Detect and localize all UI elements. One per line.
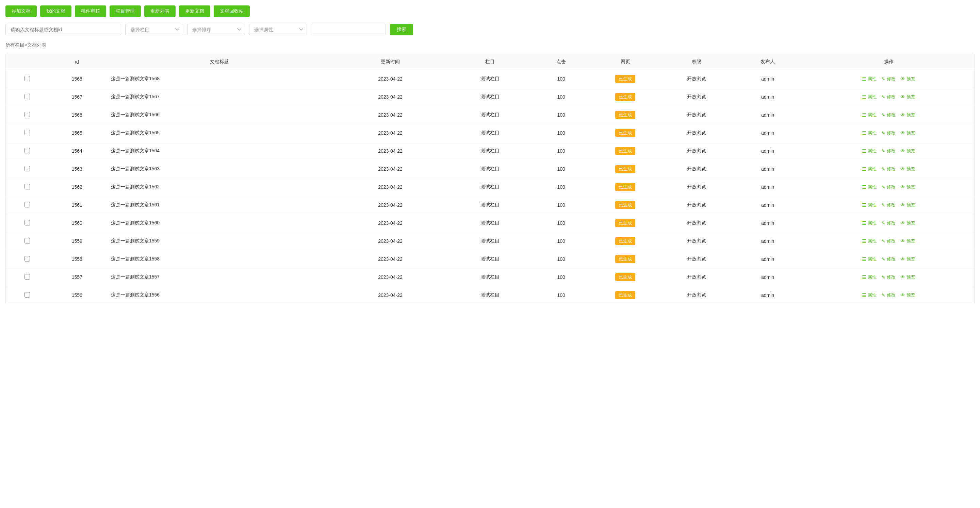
edit-action-1563[interactable]: ✎ 修改 [881, 166, 896, 172]
preview-icon: 👁 [900, 130, 905, 136]
preview-action-1557[interactable]: 👁 预览 [900, 274, 915, 280]
search-input[interactable] [5, 24, 121, 35]
property-icon: ☰ [862, 220, 866, 226]
property-action-1556[interactable]: ☰ 属性 [862, 292, 877, 298]
edit-action-1564[interactable]: ✎ 修改 [881, 148, 896, 154]
sort-select[interactable]: 选择排序 [187, 24, 245, 35]
edit-action-1568[interactable]: ✎ 修改 [881, 76, 896, 82]
preview-action-1565[interactable]: 👁 预览 [900, 130, 915, 136]
property-icon: ☰ [862, 238, 866, 244]
property-label: 属性 [868, 274, 877, 280]
toolbar-btn-update-doc[interactable]: 更新文档 [179, 5, 210, 17]
edit-action-1558[interactable]: ✎ 修改 [881, 256, 896, 262]
property-action-1566[interactable]: ☰ 属性 [862, 112, 877, 118]
row-checkbox-1561[interactable] [24, 202, 30, 207]
row-checkbox-1556[interactable] [24, 292, 30, 297]
action-group: ☰ 属性 ✎ 修改 👁 预览 [809, 94, 969, 100]
property-action-1557[interactable]: ☰ 属性 [862, 274, 877, 280]
row-checkbox-1567[interactable] [24, 94, 30, 99]
status-badge: 已生成 [615, 273, 635, 281]
preview-action-1558[interactable]: 👁 预览 [900, 256, 915, 262]
cell-publisher: admin [732, 160, 803, 178]
edit-action-1557[interactable]: ✎ 修改 [881, 274, 896, 280]
property-icon: ☰ [862, 166, 866, 172]
cell-id: 1560 [49, 214, 105, 232]
row-checkbox-1565[interactable] [24, 130, 30, 135]
search-button[interactable]: 搜索 [390, 24, 413, 35]
cell-title: 这是一篇测试文章1559 [105, 232, 334, 250]
property-action-1562[interactable]: ☰ 属性 [862, 184, 877, 190]
toolbar: 添加文档我的文档稿件审核栏目管理更新列表更新文档文档回收站 [5, 5, 975, 17]
row-checkbox-1557[interactable] [24, 274, 30, 279]
cell-webpage: 已生成 [590, 268, 661, 286]
cell-webpage: 已生成 [590, 124, 661, 142]
toolbar-btn-add-doc[interactable]: 添加文档 [5, 5, 37, 17]
edit-label: 修改 [887, 166, 896, 172]
edit-action-1561[interactable]: ✎ 修改 [881, 202, 896, 208]
toolbar-btn-review[interactable]: 稿件审核 [75, 5, 106, 17]
preview-label: 预览 [907, 166, 915, 172]
toolbar-btn-my-doc[interactable]: 我的文档 [40, 5, 72, 17]
cell-date: 2023-04-22 [334, 124, 447, 142]
property-action-1564[interactable]: ☰ 属性 [862, 148, 877, 154]
edit-label: 修改 [887, 274, 896, 280]
preview-action-1568[interactable]: 👁 预览 [900, 76, 915, 82]
preview-action-1567[interactable]: 👁 预览 [900, 94, 915, 100]
cell-webpage: 已生成 [590, 214, 661, 232]
row-checkbox-1558[interactable] [24, 256, 30, 262]
preview-action-1560[interactable]: 👁 预览 [900, 220, 915, 226]
preview-action-1564[interactable]: 👁 预览 [900, 148, 915, 154]
edit-icon: ✎ [881, 130, 885, 136]
preview-action-1563[interactable]: 👁 预览 [900, 166, 915, 172]
toolbar-btn-recycle[interactable]: 文档回收站 [214, 5, 250, 17]
property-label: 属性 [868, 256, 877, 262]
row-checkbox-1562[interactable] [24, 184, 30, 189]
edit-action-1560[interactable]: ✎ 修改 [881, 220, 896, 226]
preview-label: 预览 [907, 256, 915, 262]
category-select[interactable]: 选择栏目 [125, 24, 183, 35]
row-checkbox-1564[interactable] [24, 148, 30, 153]
property-action-1561[interactable]: ☰ 属性 [862, 202, 877, 208]
preview-action-1562[interactable]: 👁 预览 [900, 184, 915, 190]
row-checkbox-1559[interactable] [24, 238, 30, 243]
search-text-input[interactable] [311, 24, 386, 35]
preview-action-1566[interactable]: 👁 预览 [900, 112, 915, 118]
toolbar-btn-column-mgr[interactable]: 栏目管理 [110, 5, 141, 17]
property-action-1563[interactable]: ☰ 属性 [862, 166, 877, 172]
preview-action-1559[interactable]: 👁 预览 [900, 238, 915, 244]
cell-publisher: admin [732, 250, 803, 268]
edit-action-1567[interactable]: ✎ 修改 [881, 94, 896, 100]
table-row: 1565 这是一篇测试文章1565 2023-04-22 测试栏目 100 已生… [6, 124, 974, 142]
row-checkbox-1568[interactable] [24, 76, 30, 81]
cell-actions: ☰ 属性 ✎ 修改 👁 预览 [803, 88, 974, 106]
property-action-1559[interactable]: ☰ 属性 [862, 238, 877, 244]
preview-action-1556[interactable]: 👁 预览 [900, 292, 915, 298]
edit-action-1556[interactable]: ✎ 修改 [881, 292, 896, 298]
preview-label: 预览 [907, 112, 915, 118]
preview-label: 预览 [907, 94, 915, 100]
toolbar-btn-update-list[interactable]: 更新列表 [144, 5, 176, 17]
row-checkbox-1560[interactable] [24, 220, 30, 225]
edit-icon: ✎ [881, 76, 885, 82]
action-group: ☰ 属性 ✎ 修改 👁 预览 [809, 292, 969, 298]
property-select[interactable]: 选择属性 [249, 24, 307, 35]
th-category: 栏目 [447, 54, 533, 70]
preview-icon: 👁 [900, 202, 905, 208]
edit-action-1559[interactable]: ✎ 修改 [881, 238, 896, 244]
edit-action-1562[interactable]: ✎ 修改 [881, 184, 896, 190]
property-action-1560[interactable]: ☰ 属性 [862, 220, 877, 226]
cell-webpage: 已生成 [590, 160, 661, 178]
row-checkbox-1563[interactable] [24, 166, 30, 171]
edit-action-1566[interactable]: ✎ 修改 [881, 112, 896, 118]
property-action-1565[interactable]: ☰ 属性 [862, 130, 877, 136]
property-action-1567[interactable]: ☰ 属性 [862, 94, 877, 100]
cell-checkbox [6, 142, 49, 160]
cell-title: 这是一篇测试文章1558 [105, 250, 334, 268]
preview-action-1561[interactable]: 👁 预览 [900, 202, 915, 208]
property-action-1558[interactable]: ☰ 属性 [862, 256, 877, 262]
property-label: 属性 [868, 112, 877, 118]
property-action-1568[interactable]: ☰ 属性 [862, 76, 877, 82]
cell-checkbox [6, 124, 49, 142]
edit-action-1565[interactable]: ✎ 修改 [881, 130, 896, 136]
row-checkbox-1566[interactable] [24, 112, 30, 117]
